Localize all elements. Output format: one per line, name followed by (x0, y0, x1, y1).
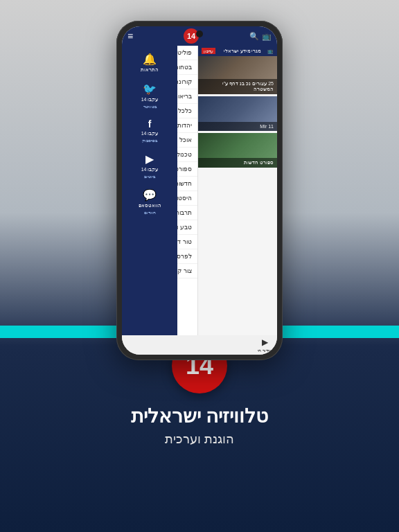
notif-alerts[interactable]: 🔔 התראות (141, 53, 159, 73)
whatsapp-icon: 💬 (143, 188, 157, 202)
header-icons: 🔍 📺 (249, 32, 272, 41)
news-item-2[interactable]: MIr 11 (198, 96, 277, 131)
tagline-sub: הוגנת וערכית (165, 432, 234, 447)
tagline-main: טלוויזיה ישראלית (131, 405, 269, 427)
camera-icon[interactable]: 📺 (262, 32, 272, 41)
news-ticker: 📺 מגרי מידע ישראלי עדכון (198, 46, 277, 56)
news-panel: 📺 מגרי מידע ישראלי עדכון 25 עצורים נכ בנ… (198, 46, 277, 335)
twitter-icon: 🐦 (143, 82, 157, 96)
news-item-3[interactable]: ספורט חדשות (198, 133, 277, 168)
notif-facebook[interactable]: f עקבו 14 בפייסבוק (141, 118, 159, 143)
phone-device: ≡ 14 🔍 📺 🔔 התראות 🐦 (116, 21, 283, 360)
notif-youtube[interactable]: ▶ עקבו 14 ביוטיוב (141, 152, 159, 179)
play-icon: ▶ (262, 337, 268, 347)
news-item-1[interactable]: 25 עצורים נכ בנ דחף ע"י המשטרה (198, 56, 277, 94)
notif-twitter[interactable]: 🐦 עקבו 14 בטוויטר (141, 82, 159, 109)
live-label: שידור חי (258, 348, 272, 353)
live-broadcast-button[interactable]: ▶ שידור חי (258, 337, 272, 353)
ticker-label: עדכון (202, 48, 215, 54)
news-overlay-3: ספורט חדשות (198, 158, 277, 168)
phone-frame: ≡ 14 🔍 📺 🔔 התראות 🐦 (116, 21, 283, 360)
app-body: 🔔 התראות 🐦 עקבו 14 בטוויטר f עקבו 14 בפי… (122, 46, 277, 335)
news-title-1: 25 עצורים נכ בנ דחף ע"י המשטרה (202, 81, 274, 92)
app-logo: 14 (184, 28, 199, 44)
ticker-icon: 📺 (267, 48, 274, 54)
notif-whatsapp[interactable]: 💬 הוואטסאפ האדום (139, 188, 161, 215)
notification-panel: 🔔 התראות 🐦 עקבו 14 בטוויטר f עקבו 14 בפי… (122, 46, 177, 335)
youtube-icon: ▶ (145, 152, 154, 166)
news-title-3: ספורט חדשות (202, 160, 274, 166)
news-overlay-2: MIr 11 (198, 122, 277, 131)
search-icon[interactable]: 🔍 (249, 32, 259, 41)
ticker-text: מגרי מידע ישראלי (224, 48, 262, 54)
app-bottom-bar: ▶ שידור חי (122, 335, 277, 355)
news-overlay-1: 25 עצורים נכ בנ דחף ע"י המשטרה (198, 79, 277, 94)
news-title-2: MIr 11 (202, 124, 274, 129)
bell-icon: 🔔 (143, 53, 157, 66)
facebook-icon: f (148, 118, 152, 130)
app-header: ≡ 14 🔍 📺 (122, 26, 277, 46)
menu-icon[interactable]: ≡ (127, 30, 133, 42)
phone-screen: ≡ 14 🔍 📺 🔔 התראות 🐦 (122, 26, 277, 355)
